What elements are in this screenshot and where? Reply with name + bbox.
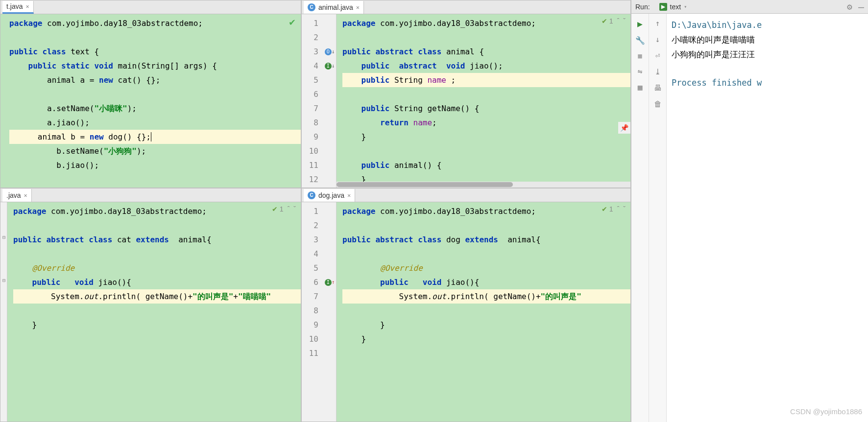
code-line[interactable]: package com.yojimbo.day18_03abstractdemo… xyxy=(9,16,301,30)
tab-bar: C animal.java ✕ xyxy=(302,0,630,14)
code-line[interactable]: @Override xyxy=(342,261,630,275)
code-line[interactable]: b.jiao(); xyxy=(9,158,301,172)
line-number: 6 xyxy=(302,87,318,101)
editor-body[interactable]: 123456789101112 O↓I↓ package com.yojimbo… xyxy=(302,14,630,188)
code-line[interactable] xyxy=(13,304,301,318)
tab-label: t.java xyxy=(6,2,23,10)
code-area[interactable]: package com.yojimbo.day18_03abstractdemo… xyxy=(7,202,301,422)
next-icon[interactable]: ˇ xyxy=(623,17,626,25)
code-line[interactable] xyxy=(342,218,630,233)
code-line[interactable] xyxy=(342,247,630,261)
class-icon: C xyxy=(308,191,315,199)
wrench-icon[interactable]: 🔧 xyxy=(635,36,645,45)
code-line[interactable]: System.out.println( getName()+"的叫声是"+"喵喵… xyxy=(13,289,301,304)
gutter-icon-slot xyxy=(323,158,336,172)
tab-cat-java[interactable]: .java ✕ xyxy=(2,189,32,202)
code-line[interactable]: } xyxy=(342,130,630,144)
code-line[interactable]: public String getName() { xyxy=(342,101,630,116)
code-line[interactable] xyxy=(342,304,630,318)
hide-icon[interactable]: — xyxy=(858,1,864,13)
line-number: 6 xyxy=(302,275,318,289)
close-icon[interactable]: ✕ xyxy=(24,192,27,199)
code-line[interactable]: public void jiao(){ xyxy=(342,275,630,289)
inspection-widget[interactable]: ✔1 ˆ ˇ xyxy=(272,205,296,213)
close-icon[interactable]: ✕ xyxy=(347,192,351,199)
rerun-icon[interactable]: ▶ xyxy=(637,19,643,29)
code-line[interactable]: public class text { xyxy=(9,45,301,59)
fold-bar: ⊟⊟ xyxy=(0,202,7,422)
stop-icon[interactable]: ■ xyxy=(638,52,642,60)
code-line[interactable] xyxy=(342,346,630,360)
line-number: 9 xyxy=(302,130,318,144)
dump-threads-icon[interactable]: ⇋ xyxy=(638,67,643,76)
code-line[interactable]: package com.yojimbo.day18_03abstractdemo… xyxy=(342,204,630,218)
code-line[interactable]: System.out.println( getName()+"的叫声是" xyxy=(342,289,630,304)
prev-icon[interactable]: ˆ xyxy=(617,205,620,213)
up-icon[interactable]: ↑ xyxy=(655,19,660,28)
code-line[interactable] xyxy=(13,247,301,261)
print-icon[interactable]: 🖶 xyxy=(654,83,662,93)
code-area[interactable]: package com.yojimbo.day18_03abstractdemo… xyxy=(337,14,630,188)
code-line[interactable]: } xyxy=(13,318,301,332)
code-line[interactable]: } xyxy=(342,318,630,332)
gear-icon[interactable]: ⚙ xyxy=(847,1,852,12)
close-icon[interactable]: ✕ xyxy=(356,4,360,11)
code-line[interactable]: public abstract void jiao(); xyxy=(342,59,630,73)
soft-wrap-icon[interactable]: ⏎ xyxy=(655,51,660,60)
code-line[interactable]: b.setName("小狗狗"); xyxy=(9,144,301,158)
editor-body[interactable]: 1234567891011 I↑ package com.yojimbo.day… xyxy=(302,202,630,422)
tab-label: .java xyxy=(6,191,21,199)
code-line[interactable]: animal a = new cat() {}; xyxy=(9,73,301,87)
editor-pane-dog: C dog.java ✕ 1234567891011 I↑ package co… xyxy=(301,188,631,422)
editor-body[interactable]: ⊟⊟ package com.yojimbo.day18_03abstractd… xyxy=(0,202,301,422)
scroll-end-icon[interactable]: ⤓ xyxy=(654,67,661,76)
code-line[interactable] xyxy=(9,30,301,45)
layout-icon[interactable]: ▦ xyxy=(638,83,643,92)
code-area[interactable]: package com.yojimbo.day18_03abstractdemo… xyxy=(0,14,301,188)
code-line[interactable]: return name; xyxy=(342,116,630,130)
code-line[interactable]: package com.yojimbo.day18_03abstractdemo… xyxy=(13,204,301,218)
next-icon[interactable]: ˇ xyxy=(293,205,296,213)
line-number: 10 xyxy=(302,144,318,158)
line-number: 9 xyxy=(302,318,318,332)
prev-icon[interactable]: ˆ xyxy=(617,17,620,25)
pin-icon[interactable]: 📌 xyxy=(618,122,630,134)
code-line[interactable]: public animal() { xyxy=(342,158,630,172)
code-line[interactable]: @Override xyxy=(13,261,301,275)
code-line[interactable] xyxy=(9,87,301,101)
code-line[interactable]: public abstract class cat extends animal… xyxy=(13,233,301,247)
inspection-widget[interactable]: ✔ xyxy=(289,17,296,28)
code-line[interactable] xyxy=(342,30,630,45)
horizontal-scrollbar[interactable] xyxy=(337,182,630,188)
console-output[interactable]: D:\Java\bin\java.e 小喵咪的叫声是喵喵喵 小狗狗的叫声是汪汪汪… xyxy=(667,14,868,422)
run-body: ▶ 🔧 ■ ⇋ ▦ ↑ ↓ ⏎ ⤓ 🖶 🗑 D:\Java\bin\java.e… xyxy=(631,14,868,422)
code-line[interactable] xyxy=(13,218,301,233)
code-line[interactable]: public String name ; xyxy=(342,73,630,87)
code-line[interactable]: public void jiao(){ xyxy=(13,275,301,289)
code-line[interactable]: a.setName("小喵咪"); xyxy=(9,101,301,116)
code-line[interactable]: public abstract class animal { xyxy=(342,45,630,59)
code-line[interactable] xyxy=(342,144,630,158)
down-icon[interactable]: ↓ xyxy=(655,35,660,44)
code-line[interactable]: public abstract class dog extends animal… xyxy=(342,233,630,247)
code-line[interactable]: public static void main(String[] args) { xyxy=(9,59,301,73)
prev-icon[interactable]: ˆ xyxy=(288,205,290,213)
code-line[interactable] xyxy=(342,87,630,101)
run-config-selector[interactable]: ▶ text ▾ xyxy=(656,1,691,12)
code-area[interactable]: package com.yojimbo.day18_03abstractdemo… xyxy=(337,202,630,422)
inspection-widget[interactable]: ✔1 ˆ ˇ xyxy=(602,205,626,213)
clear-icon[interactable]: 🗑 xyxy=(654,99,662,109)
tab-dog-java[interactable]: C dog.java ✕ xyxy=(304,189,355,202)
next-icon[interactable]: ˇ xyxy=(623,205,626,213)
gutter-icon-slot xyxy=(323,144,336,158)
inspection-widget[interactable]: ✔1 ˆ ˇ xyxy=(602,17,626,25)
tab-text-java[interactable]: t.java ✕ xyxy=(2,1,34,14)
code-line[interactable]: animal b = new dog() {}; xyxy=(9,130,301,144)
code-line[interactable]: a.jiao(); xyxy=(9,116,301,130)
code-line[interactable]: package com.yojimbo.day18_03abstractdemo… xyxy=(342,16,630,30)
close-icon[interactable]: ✕ xyxy=(25,3,29,10)
editor-body[interactable]: package com.yojimbo.day18_03abstractdemo… xyxy=(0,14,301,188)
gutter-icon-slot xyxy=(323,289,336,304)
tab-animal-java[interactable]: C animal.java ✕ xyxy=(304,1,364,14)
code-line[interactable]: } xyxy=(342,332,630,346)
